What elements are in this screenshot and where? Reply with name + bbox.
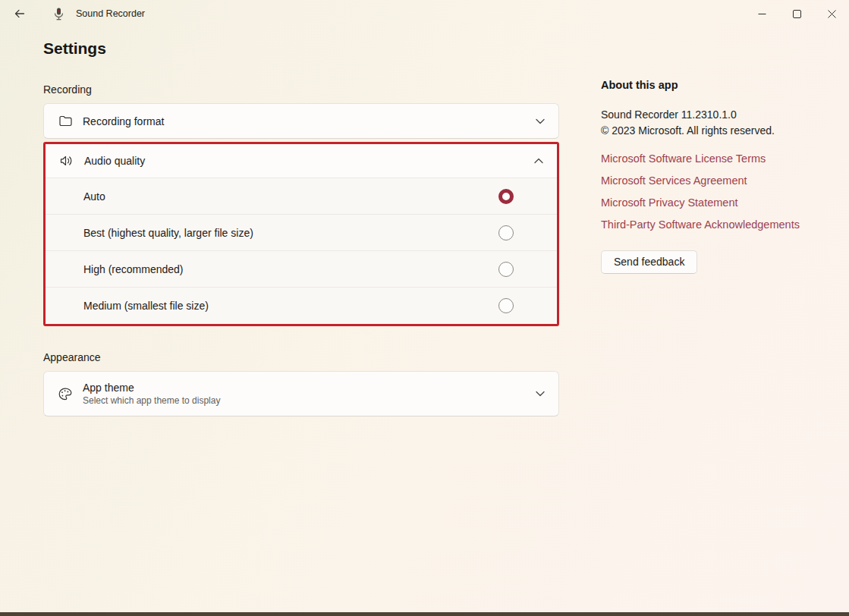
audio-quality-option-auto[interactable]: Auto bbox=[46, 178, 557, 215]
option-label: Medium (smallest file size) bbox=[83, 300, 209, 312]
about-links: Microsoft Software License Terms Microso… bbox=[601, 152, 844, 240]
link-third-party-acknowledgements[interactable]: Third-Party Software Acknowledgements bbox=[601, 218, 800, 231]
titlebar: Sound Recorder bbox=[0, 0, 849, 27]
radio-button[interactable] bbox=[498, 225, 514, 240]
audio-quality-title: Audio quality bbox=[84, 155, 145, 167]
microphone-icon bbox=[50, 8, 67, 20]
back-arrow-icon bbox=[14, 8, 26, 20]
app-theme-card[interactable]: App theme Select which app theme to disp… bbox=[43, 371, 559, 416]
minimize-icon bbox=[758, 10, 766, 18]
about-heading: About this app bbox=[601, 79, 844, 91]
option-label: High (recommended) bbox=[83, 263, 184, 275]
chevron-down-icon[interactable] bbox=[536, 118, 545, 124]
section-label-appearance: Appearance bbox=[43, 351, 559, 363]
audio-quality-header[interactable]: Audio quality bbox=[46, 144, 557, 178]
minimize-button[interactable] bbox=[744, 0, 779, 27]
app-theme-header[interactable]: App theme Select which app theme to disp… bbox=[44, 372, 558, 416]
recording-format-card[interactable]: Recording format bbox=[43, 103, 559, 139]
send-feedback-button[interactable]: Send feedback bbox=[601, 250, 697, 274]
link-software-license-terms[interactable]: Microsoft Software License Terms bbox=[601, 152, 766, 165]
audio-quality-option-best[interactable]: Best (highest quality, larger file size) bbox=[46, 215, 557, 251]
back-button[interactable] bbox=[5, 2, 35, 26]
window-title: Sound Recorder bbox=[76, 8, 145, 19]
app-version: Sound Recorder 11.2310.1.0 bbox=[601, 108, 844, 121]
recording-format-title: Recording format bbox=[83, 115, 164, 127]
radio-button[interactable] bbox=[498, 298, 514, 313]
audio-quality-card: Audio quality Auto Best (highest quality… bbox=[46, 144, 557, 324]
window-controls bbox=[744, 0, 849, 27]
app-theme-subtitle: Select which app theme to display bbox=[83, 395, 220, 406]
recording-format-header[interactable]: Recording format bbox=[44, 104, 558, 138]
link-services-agreement[interactable]: Microsoft Services Agreement bbox=[601, 174, 747, 187]
close-button[interactable] bbox=[814, 0, 849, 27]
option-label: Auto bbox=[83, 190, 105, 203]
folder-icon bbox=[58, 114, 73, 129]
audio-quality-option-medium[interactable]: Medium (smallest file size) bbox=[46, 288, 557, 324]
app-theme-title: App theme bbox=[83, 382, 220, 394]
radio-button[interactable] bbox=[498, 189, 514, 204]
sound-recorder-settings-window: { "titlebar": { "title": "Sound Recorder… bbox=[0, 0, 849, 616]
audio-quality-option-high[interactable]: High (recommended) bbox=[46, 251, 557, 288]
chevron-down-icon[interactable] bbox=[536, 391, 545, 397]
maximize-icon bbox=[793, 10, 801, 18]
option-label: Best (highest quality, larger file size) bbox=[83, 227, 253, 239]
link-privacy-statement[interactable]: Microsoft Privacy Statement bbox=[601, 196, 738, 209]
window-bottom-edge bbox=[0, 612, 849, 616]
settings-main-panel: Settings Recording Recording format bbox=[43, 39, 559, 416]
about-panel: About this app Sound Recorder 11.2310.1.… bbox=[601, 79, 844, 274]
maximize-button[interactable] bbox=[779, 0, 814, 27]
close-icon bbox=[828, 10, 836, 18]
radio-button[interactable] bbox=[498, 262, 514, 277]
page-title: Settings bbox=[43, 39, 559, 58]
copyright-text: © 2023 Microsoft. All rights reserved. bbox=[601, 124, 844, 137]
section-label-recording: Recording bbox=[43, 83, 559, 96]
palette-icon bbox=[58, 386, 73, 401]
speaker-icon bbox=[59, 153, 74, 168]
annotation-highlight-rectangle: Audio quality Auto Best (highest quality… bbox=[43, 142, 559, 326]
chevron-up-icon[interactable] bbox=[534, 158, 543, 164]
